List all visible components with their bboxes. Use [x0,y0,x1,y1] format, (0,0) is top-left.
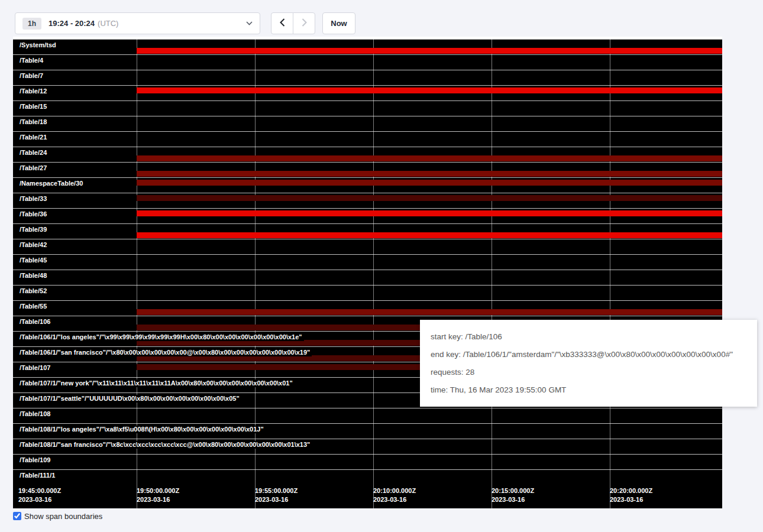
tick-time: 19:55:00.000Z [255,486,298,495]
span-row-label: /Table/111/1 [20,472,57,479]
tick-time: 20:15:00.000Z [492,486,534,495]
now-button[interactable]: Now [322,12,355,34]
span-row[interactable]: /Table/108 [13,408,722,423]
span-tooltip: start key: /Table/106end key: /Table/106… [420,320,757,407]
tick-date: 2023-03-16 [18,495,61,504]
span-row[interactable]: /Table/36 [13,208,722,223]
span-row-label: /Table/7 [20,72,45,80]
range-nav-group [271,12,315,34]
tick-date: 2023-03-16 [255,495,298,504]
top-boundary-strip [13,37,722,39]
span-row[interactable]: /Table/108/1/"san francisco"/"\x8c\xcc\x… [13,439,722,454]
heat-stripe [137,309,722,315]
span-row-label: /Table/33 [20,195,49,203]
span-row[interactable]: /Table/55 [13,300,722,316]
span-row-label: /Table/107/1/"new york"/"\x11\x11\x11\x1… [20,379,295,387]
span-row[interactable]: /Table/42 [13,239,722,254]
span-row-label: /Table/39 [20,226,49,233]
span-row-label: /Table/12 [20,87,49,95]
span-row[interactable]: /Table/24 [13,147,722,162]
tooltip-line: end key: /Table/106/1/"amsterdam"/"\xb33… [431,350,746,359]
span-row-label: /Table/55 [20,303,49,310]
span-row-label: /Table/108/1/"san francisco"/"\x8c\xcc\x… [20,441,312,449]
chevron-right-icon [302,18,307,28]
span-row-label: /Table/45 [20,257,49,264]
time-tick: 20:20:00.000Z2023-03-16 [610,486,652,504]
tick-time: 19:45:00.000Z [18,486,61,495]
span-row[interactable]: /Table/12 [13,85,722,100]
span-row-label: /Table/18 [20,118,49,126]
span-row-label: /Table/107/1/"seattle"/"UUUUUUD\x00\x80\… [20,395,241,403]
prev-range-button[interactable] [271,12,293,34]
span-row[interactable]: /NamespaceTable/30 [13,177,722,193]
span-row-label: /Table/52 [20,287,49,295]
heat-stripe [137,195,722,201]
span-row[interactable]: /Table/108/1/"los angeles"/"\xa8\xf5\u00… [13,423,722,439]
span-row-label: /Table/36 [20,210,49,218]
span-row-label: /System/tsd [20,41,58,49]
chevron-down-icon [246,21,253,25]
span-row-label: /Table/21 [20,134,49,141]
span-row[interactable]: /Table/15 [13,100,722,116]
time-range-selector[interactable]: 1h 19:24 - 20:24 (UTC) [15,12,260,34]
show-span-boundaries-checkbox[interactable] [13,512,21,520]
time-tick: 19:55:00.000Z2023-03-16 [255,486,298,504]
tick-date: 2023-03-16 [373,495,416,504]
span-row[interactable]: /Table/52 [13,285,722,300]
time-tick: 20:10:00.000Z2023-03-16 [373,486,416,504]
tick-date: 2023-03-16 [492,495,534,504]
span-row[interactable]: /Table/109 [13,454,722,469]
span-row-label: /Table/48 [20,272,49,280]
tick-date: 2023-03-16 [610,495,652,504]
span-row-label: /Table/24 [20,149,49,157]
span-row-label: /NamespaceTable/30 [20,180,85,187]
span-row[interactable]: /Table/111/1 [13,469,722,485]
time-axis: 19:45:00.000Z2023-03-1619:50:00.000Z2023… [13,485,722,508]
heat-stripe [137,155,722,161]
span-row[interactable]: /Table/4 [13,54,722,70]
span-row-label: /Table/106 [20,318,52,326]
span-row[interactable]: /Table/18 [13,116,722,131]
heat-stripe [137,48,722,54]
span-row[interactable]: /Table/7 [13,70,722,85]
tooltip-line: time: Thu, 16 Mar 2023 19:55:00 GMT [431,385,746,394]
span-row-label: /Table/109 [20,456,52,464]
range-utc-label: (UTC) [98,19,118,28]
range-text: 19:24 - 20:24 [49,19,95,28]
span-row-label: /Table/106/1/"los angeles"/"\x99\x99\x99… [20,333,304,341]
span-row-label: /Table/106/1/"san francisco"/"\x80\x00\x… [20,349,312,356]
time-tick: 19:50:00.000Z2023-03-16 [137,486,179,504]
next-range-button[interactable] [293,12,315,34]
heat-stripe [137,180,722,186]
tooltip-line: start key: /Table/106 [431,332,746,341]
show-span-boundaries-label: Show span boundaries [24,512,102,521]
span-row-label: /Table/15 [20,103,49,111]
span-row[interactable]: /Table/39 [13,223,722,239]
tick-time: 19:50:00.000Z [137,486,179,495]
range-duration-badge: 1h [22,18,41,30]
span-row[interactable]: /Table/33 [13,193,722,208]
span-row-label: /Table/4 [20,57,45,64]
heat-stripe [137,87,722,93]
span-row-label: /Table/107 [20,364,52,372]
time-tick: 19:45:00.000Z2023-03-16 [18,486,61,504]
key-visualizer-canvas[interactable]: /System/tsd/Table/4/Table/7/Table/12/Tab… [13,37,722,508]
tooltip-line: requests: 28 [431,368,746,377]
show-span-boundaries-control[interactable]: Show span boundaries [13,512,102,521]
span-row[interactable]: /Table/48 [13,270,722,285]
span-row[interactable]: /Table/27 [13,162,722,177]
heatmap-rows: /System/tsd/Table/4/Table/7/Table/12/Tab… [13,39,722,485]
chevron-left-icon [280,18,285,28]
heat-stripe [137,232,722,238]
span-row[interactable]: /Table/21 [13,131,722,147]
span-row[interactable]: /Table/45 [13,254,722,270]
span-row[interactable]: /System/tsd [13,39,722,54]
span-row-label: /Table/27 [20,164,49,172]
tick-time: 20:10:00.000Z [373,486,416,495]
tick-date: 2023-03-16 [137,495,179,504]
time-tick: 20:15:00.000Z2023-03-16 [492,486,534,504]
span-row-label: /Table/108 [20,410,52,418]
span-row-label: /Table/108/1/"los angeles"/"\xa8\xf5\u00… [20,426,266,433]
tick-time: 20:20:00.000Z [610,486,652,495]
heat-stripe [137,171,722,177]
